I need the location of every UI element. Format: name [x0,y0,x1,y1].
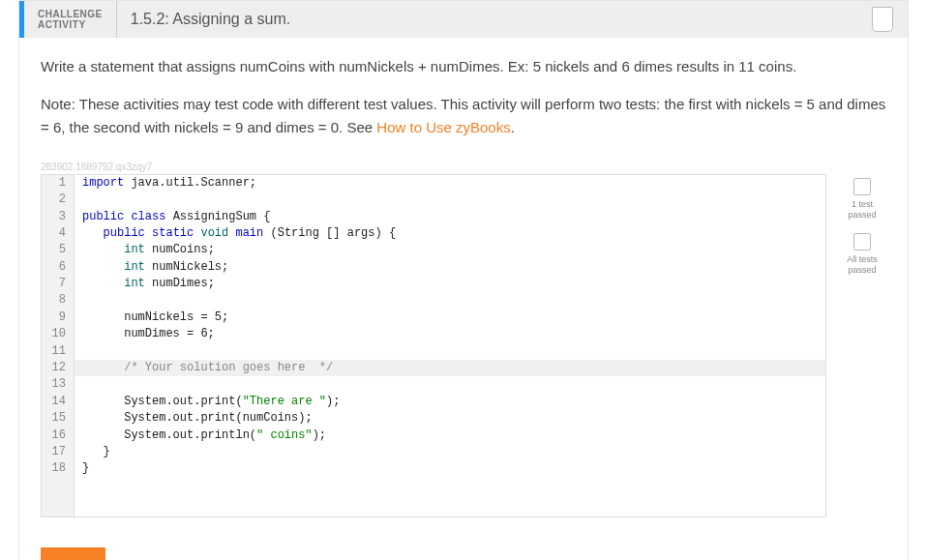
test-status-column: 1 testpassedAll testspassed [838,174,886,276]
code-content[interactable] [75,292,825,309]
code-content[interactable]: public class AssigningSum { [75,209,825,225]
line-number: 10 [42,326,75,342]
line-number: 6 [42,259,75,276]
code-line[interactable]: 14 System.out.print("There are "); [42,394,825,410]
test-label-line2: passed [848,210,876,221]
code-content[interactable]: numDimes = 6; [75,326,825,342]
line-number: 15 [42,410,75,427]
prompt-paragraph-1: Write a statement that assigns numCoins … [41,55,886,77]
code-line[interactable]: 8 [42,292,825,309]
code-content[interactable]: /* Your solution goes here */ [75,360,825,376]
activity-body: Write a statement that assigns numCoins … [19,38,908,560]
code-line[interactable]: 2 [42,192,825,208]
line-number: 18 [42,460,75,477]
code-content[interactable] [75,343,825,360]
code-line[interactable]: 16 System.out.println(" coins"); [42,427,825,444]
code-line[interactable]: 5 int numCoins; [42,242,825,258]
code-content[interactable]: } [75,460,825,477]
line-number: 7 [42,276,75,292]
code-content[interactable]: public static void main (String [] args)… [75,225,825,242]
header-label-line2: ACTIVITY [38,19,103,30]
code-line[interactable]: 7 int numDimes; [42,276,825,292]
line-number: 9 [42,309,75,326]
code-content[interactable]: } [75,444,825,460]
code-line[interactable]: 13 [42,376,825,393]
prompt-text: Write a statement that assigns numCoins … [41,55,886,138]
code-content[interactable]: numNickels = 5; [75,309,825,326]
code-content[interactable]: System.out.println(" coins"); [75,427,825,444]
code-editor[interactable]: 1import java.util.Scanner;23public class… [41,174,826,517]
line-number: 5 [42,242,75,258]
code-line[interactable]: 11 [42,343,825,360]
shield-icon [872,7,893,32]
code-content[interactable]: int numNickels; [75,259,825,276]
line-number: 1 [42,175,75,192]
code-content[interactable] [75,192,825,208]
run-button[interactable]: Run [41,547,105,560]
test-label-line1: All tests [847,254,878,265]
code-line[interactable]: 4 public static void main (String [] arg… [42,225,825,242]
code-content[interactable]: import java.util.Scanner; [75,175,825,192]
code-line[interactable]: 3public class AssigningSum { [42,209,825,225]
code-line[interactable]: 15 System.out.print(numCoins); [42,410,825,427]
line-number: 11 [42,343,75,360]
prompt-p2-suffix: . [511,119,515,135]
activity-header: CHALLENGE ACTIVITY 1.5.2: Assigning a su… [19,1,908,38]
code-line[interactable]: 6 int numNickels; [42,259,825,276]
code-line[interactable]: 18} [42,460,825,477]
line-number: 8 [42,292,75,309]
line-number: 2 [42,192,75,208]
test-label-line1: 1 test [852,199,873,210]
code-content[interactable] [75,376,825,393]
checkbox-icon [853,233,871,251]
code-line[interactable]: 17 } [42,444,825,460]
code-content[interactable]: System.out.print("There are "); [75,394,825,410]
code-content[interactable]: int numCoins; [75,242,825,258]
code-content[interactable]: int numDimes; [75,276,825,292]
line-number: 16 [42,427,75,444]
code-line[interactable]: 1import java.util.Scanner; [42,175,825,192]
action-row: Run Feedback? [41,539,886,560]
code-line[interactable]: 12 /* Your solution goes here */ [42,360,825,376]
test-label-line2: passed [848,265,876,276]
line-number: 14 [42,394,75,410]
line-number: 13 [42,376,75,393]
how-to-use-link[interactable]: How to Use zyBooks [376,119,510,135]
header-label-line1: CHALLENGE [38,9,103,19]
activity-card: CHALLENGE ACTIVITY 1.5.2: Assigning a su… [18,0,909,560]
test-status-badge: 1 testpassed [838,178,886,221]
activity-title: 1.5.2: Assigning a sum. [117,1,869,38]
line-number: 17 [42,444,75,460]
code-content[interactable]: System.out.print(numCoins); [75,410,825,427]
code-line[interactable]: 9 numNickels = 5; [42,309,825,326]
watermark-id: 283902.1889792.qx3zqy7 [41,162,886,172]
prompt-paragraph-2: Note: These activities may test code wit… [41,93,886,138]
activity-type-label: CHALLENGE ACTIVITY [24,1,117,38]
test-status-badge: All testspassed [838,233,886,276]
line-number: 3 [42,209,75,225]
code-line[interactable]: 10 numDimes = 6; [42,326,825,342]
editor-row: 1import java.util.Scanner;23public class… [41,174,886,517]
checkbox-icon [853,178,871,195]
line-number: 4 [42,225,75,242]
completion-badge [869,1,908,38]
line-number: 12 [42,360,75,376]
